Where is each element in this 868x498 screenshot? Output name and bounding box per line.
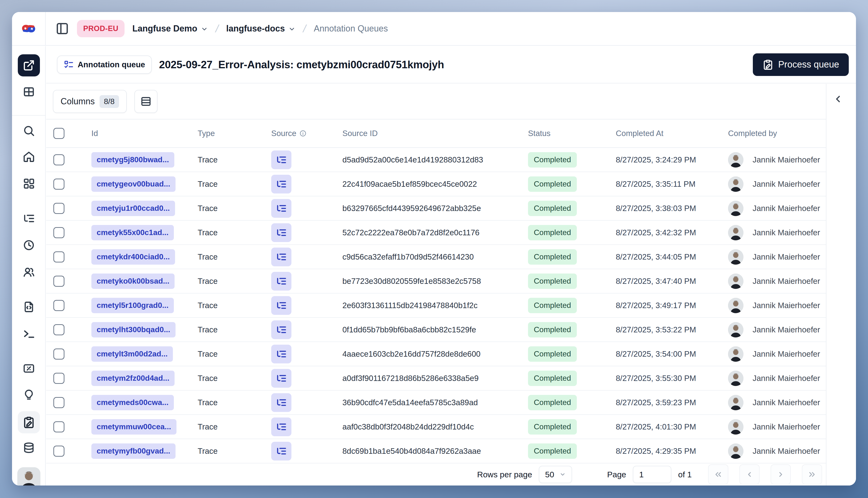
row-checkbox[interactable] — [53, 251, 64, 262]
info-icon[interactable] — [299, 130, 307, 137]
completed-by-avatar — [728, 152, 743, 168]
sidebar-item-search[interactable] — [12, 124, 46, 137]
status-badge: Completed — [528, 298, 577, 313]
source-trace-button[interactable] — [271, 393, 292, 412]
project-switcher[interactable]: langfuse-docs — [226, 24, 296, 34]
sidebar-item-terminal[interactable] — [12, 327, 46, 340]
item-id-badge[interactable]: cmetym2fz00d4ad... — [91, 371, 174, 386]
table-row: cmetymeds00cwa... Trace 36b90cdfc47e5da1… — [46, 391, 826, 415]
item-id-badge[interactable]: cmetymyfb00gvad... — [91, 443, 176, 459]
previous-page-button[interactable] — [739, 464, 760, 485]
source-trace-button[interactable] — [271, 223, 292, 242]
row-checkbox[interactable] — [53, 373, 64, 384]
list-tree-icon — [276, 421, 287, 432]
item-id-badge[interactable]: cmetyg5j800bwad... — [91, 152, 174, 168]
row-checkbox[interactable] — [53, 203, 64, 214]
list-tree-icon — [276, 324, 287, 335]
sidebar-item-clock[interactable] — [12, 238, 46, 252]
columns-button[interactable]: Columns 8/8 — [53, 90, 127, 113]
sidebar-item-lightbulb[interactable] — [12, 388, 46, 402]
source-trace-button[interactable] — [271, 150, 292, 169]
item-type: Trace — [198, 301, 218, 310]
source-id: a0df3f901167218d86b5286e6338a5e9 — [342, 374, 479, 383]
chevron-left-icon — [745, 470, 754, 479]
user-avatar[interactable] — [17, 467, 40, 485]
source-trace-button[interactable] — [271, 296, 292, 315]
row-checkbox[interactable] — [53, 421, 64, 432]
completed-at: 8/27/2025, 3:55:30 PM — [616, 374, 696, 383]
item-id-badge[interactable]: cmetyju1r00ccad0... — [91, 201, 175, 216]
terminal-icon — [23, 327, 35, 340]
first-page-button[interactable] — [708, 464, 728, 485]
rows-per-page-select[interactable]: 50 — [539, 466, 572, 483]
table-header-row: Id Type Source Source ID Status Complete… — [46, 119, 826, 148]
sidebar-item-percent-card[interactable] — [12, 362, 46, 375]
last-page-button[interactable] — [802, 464, 822, 485]
list-tree-icon — [276, 227, 287, 238]
row-checkbox[interactable] — [53, 446, 64, 457]
source-trace-button[interactable] — [271, 418, 292, 436]
source-trace-button[interactable] — [271, 320, 292, 339]
item-id-badge[interactable]: cmetygeov00buad... — [91, 176, 176, 192]
item-type: Trace — [198, 350, 218, 358]
source-trace-button[interactable] — [271, 272, 292, 291]
row-checkbox[interactable] — [53, 276, 64, 287]
queue-type-badge[interactable]: Annotation queue — [57, 55, 152, 74]
item-id-badge[interactable]: cmetyk55x00c1ad... — [91, 225, 174, 240]
item-id-badge[interactable]: cmetylht300bqad0... — [91, 322, 176, 338]
sidebar-item-home[interactable] — [12, 150, 46, 163]
row-checkbox[interactable] — [53, 349, 64, 359]
sidebar-item-dashboard[interactable] — [12, 177, 46, 191]
row-height-button[interactable] — [134, 90, 157, 113]
source-trace-button[interactable] — [271, 345, 292, 363]
sidebar-toggle-button[interactable] — [55, 22, 69, 36]
sidebar-item-annotation-queues[interactable] — [18, 411, 40, 433]
select-all-checkbox[interactable] — [53, 128, 64, 139]
list-todo-icon — [64, 60, 74, 70]
source-trace-button[interactable] — [271, 248, 292, 266]
table-row: cmetyju1r00ccad0... Trace b63297665cfd44… — [46, 196, 826, 221]
table-row: cmetygeov00buad... Trace 22c41f09acae5b1… — [46, 172, 826, 196]
item-id-badge[interactable]: cmetymmuw00cea... — [91, 419, 177, 434]
org-switcher[interactable]: Langfuse Demo — [132, 24, 208, 34]
sidebar — [12, 46, 46, 485]
item-id-badge[interactable]: cmetykdr400ciad0... — [91, 249, 175, 265]
item-type: Trace — [198, 374, 218, 383]
row-checkbox[interactable] — [53, 227, 64, 238]
langfuse-logo — [20, 20, 37, 37]
sidebar-item-file-code[interactable] — [12, 300, 46, 314]
completed-by-avatar — [728, 443, 743, 459]
sidebar-item-database[interactable] — [12, 441, 46, 455]
row-checkbox[interactable] — [53, 300, 64, 311]
process-queue-button[interactable]: Process queue — [753, 53, 849, 76]
sidebar-item-trace-tree[interactable] — [12, 212, 46, 225]
row-checkbox[interactable] — [53, 324, 64, 335]
source-trace-button[interactable] — [271, 199, 292, 218]
completed-by-name: Jannik Maierhoefer — [753, 398, 820, 407]
breadcrumb-section: Annotation Queues — [314, 24, 388, 34]
row-checkbox[interactable] — [53, 154, 64, 165]
completed-by-name: Jannik Maierhoefer — [753, 301, 820, 310]
item-id-badge[interactable]: cmetylt3m00d2ad... — [91, 346, 173, 362]
completed-at: 8/27/2025, 4:01:30 PM — [616, 422, 696, 431]
sidebar-item-table-grid[interactable] — [12, 85, 46, 99]
row-checkbox[interactable] — [53, 179, 64, 189]
source-trace-button[interactable] — [271, 442, 292, 460]
collapse-panel-button[interactable] — [833, 91, 850, 107]
item-id-badge[interactable]: cmetymeds00cwa... — [91, 395, 174, 410]
item-id-badge[interactable]: cmetyl5r100grad0... — [91, 298, 174, 313]
right-panel-strip — [826, 84, 856, 485]
table-row: cmetyko0k00bsad... Trace be7723e30d80205… — [46, 269, 826, 293]
sidebar-item-users[interactable] — [12, 265, 46, 279]
row-checkbox[interactable] — [53, 397, 64, 408]
table-header-type: Type — [193, 129, 262, 138]
sidebar-item-external-link[interactable] — [18, 54, 40, 76]
source-trace-button[interactable] — [271, 175, 292, 194]
chevrons-right-icon — [807, 470, 817, 479]
source-trace-button[interactable] — [271, 369, 292, 388]
chevron-left-icon — [833, 94, 850, 104]
rows-per-page-label: Rows per page — [477, 470, 532, 479]
next-page-button[interactable] — [770, 464, 791, 485]
page-input[interactable] — [633, 466, 671, 483]
item-id-badge[interactable]: cmetyko0k00bsad... — [91, 274, 174, 289]
